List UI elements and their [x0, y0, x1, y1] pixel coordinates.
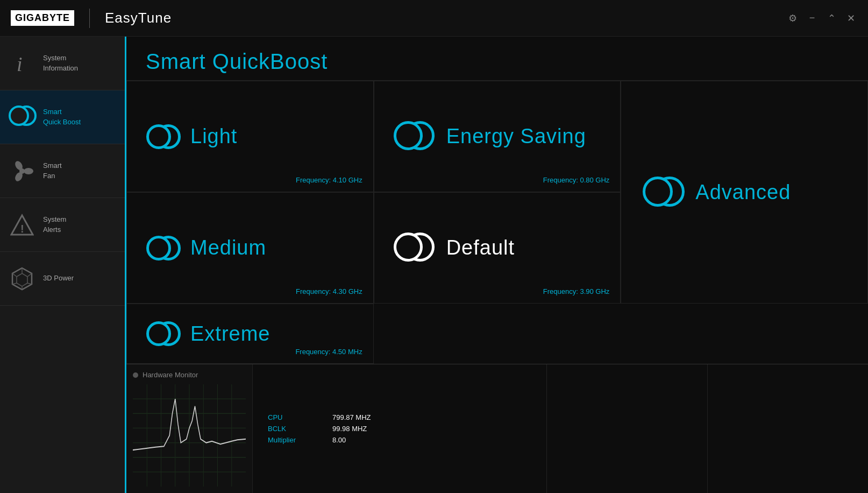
boost-freq-default: Frequency: 3.90 GHz — [543, 287, 610, 295]
gigabyte-logo: GIGABYTE — [11, 10, 74, 26]
main-layout: i SystemInformation SmartQuick Boost — [0, 37, 868, 493]
restore-button[interactable]: ⌃ — [825, 12, 838, 25]
hw-monitor-label: Hardware Monitor — [133, 371, 246, 379]
svg-point-3 — [24, 168, 33, 174]
boost-option-advanced[interactable]: Advanced — [621, 81, 868, 304]
cc-icon-default — [394, 235, 437, 262]
stat-key-bclk: BCLK — [268, 425, 311, 433]
sidebar-item-3d-power[interactable]: 3D Power — [0, 252, 125, 306]
svg-text:i: i — [17, 53, 23, 74]
bottom-section-4 — [708, 364, 868, 493]
fan-icon — [9, 158, 35, 185]
boost-freq-energy-saving: Frequency: 0.80 GHz — [543, 176, 610, 184]
stat-val-cpu: 799.87 MHZ — [332, 413, 371, 421]
bottom-bar: Hardware Monitor — [126, 364, 868, 493]
sidebar-item-smart-quick-boost[interactable]: SmartQuick Boost — [0, 90, 125, 144]
stat-row-cpu: CPU 799.87 MHZ — [268, 413, 371, 421]
boost-grid: Light Frequency: 4.10 GHz Energy Saving … — [126, 80, 868, 364]
stat-row-bclk: BCLK 99.98 MHZ — [268, 425, 371, 433]
bottom-section-2 — [386, 364, 547, 493]
sidebar-item-system-info-label: SystemInformation — [43, 53, 78, 73]
boost-option-default[interactable]: Default Frequency: 3.90 GHz — [374, 192, 621, 304]
3d-power-icon — [9, 265, 35, 292]
boost-option-extreme[interactable]: Extreme Frequency: 4.50 MHz — [126, 304, 374, 364]
sidebar-item-smart-quick-boost-label: SmartQuick Boost — [43, 107, 81, 126]
titlebar: GIGABYTE EasyTune ⚙ − ⌃ ✕ — [0, 0, 868, 37]
sidebar-item-3d-power-label: 3D Power — [43, 273, 74, 283]
sidebar-item-smart-fan[interactable]: SmartFan — [0, 144, 125, 198]
content-header: Smart QuickBoost — [126, 37, 868, 80]
settings-button[interactable]: ⚙ — [786, 12, 799, 25]
boost-freq-medium: Frequency: 4.30 GHz — [296, 287, 362, 295]
close-button[interactable]: ✕ — [844, 12, 857, 25]
logo-area: GIGABYTE EasyTune — [11, 9, 172, 28]
bottom-section-3 — [547, 364, 708, 493]
boost-label-light: Light — [190, 125, 237, 148]
boost-label-energy-saving: Energy Saving — [446, 125, 586, 148]
cc-icon-advanced — [643, 179, 686, 206]
boost-freq-extreme: Frequency: 4.50 MHz — [295, 348, 362, 356]
cc-icon-energy-saving — [394, 123, 437, 150]
boost-label-extreme: Extreme — [190, 322, 270, 346]
boost-option-medium[interactable]: Medium Frequency: 4.30 GHz — [126, 192, 374, 304]
info-icon: i — [9, 50, 35, 77]
sidebar-item-system-info[interactable]: i SystemInformation — [0, 37, 125, 90]
window-controls: ⚙ − ⌃ ✕ — [786, 12, 857, 25]
boost-label-default: Default — [446, 236, 515, 259]
boost-freq-light: Frequency: 4.10 GHz — [296, 176, 362, 184]
page-title: Smart QuickBoost — [146, 50, 849, 74]
hw-graph — [133, 384, 246, 487]
stat-key-multiplier: Multiplier — [268, 436, 311, 444]
hw-status-dot — [133, 372, 138, 378]
content-area: Smart QuickBoost Light Frequency: 4.10 G… — [126, 37, 868, 493]
svg-text:!: ! — [20, 223, 24, 235]
sidebar: i SystemInformation SmartQuick Boost — [0, 37, 126, 493]
cc-icon-extreme — [146, 320, 181, 347]
alerts-icon: ! — [9, 212, 35, 238]
stat-val-bclk: 99.98 MHZ — [332, 425, 367, 433]
cc-icon-medium — [146, 235, 181, 262]
hw-monitor-panel: Hardware Monitor — [126, 364, 253, 493]
stats-area: CPU 799.87 MHZ BCLK 99.98 MHZ Multiplier… — [253, 364, 386, 493]
hw-monitor-title: Hardware Monitor — [143, 371, 198, 379]
minimize-button[interactable]: − — [806, 12, 819, 25]
stat-val-multiplier: 8.00 — [332, 436, 346, 444]
sidebar-item-system-alerts-label: SystemAlerts — [43, 215, 66, 234]
sidebar-item-system-alerts[interactable]: ! SystemAlerts — [0, 198, 125, 252]
app-title: EasyTune — [105, 10, 172, 26]
cc-icon-light — [146, 123, 181, 150]
boost-option-energy-saving[interactable]: Energy Saving Frequency: 0.80 GHz — [374, 81, 621, 192]
svg-marker-8 — [17, 273, 27, 286]
title-divider — [89, 9, 90, 28]
boost-option-light[interactable]: Light Frequency: 4.10 GHz — [126, 81, 374, 192]
boost-label-medium: Medium — [190, 236, 266, 259]
stat-key-cpu: CPU — [268, 413, 311, 421]
quick-boost-icon — [9, 104, 35, 131]
sidebar-item-smart-fan-label: SmartFan — [43, 161, 62, 180]
stat-row-multiplier: Multiplier 8.00 — [268, 436, 371, 444]
boost-label-advanced: Advanced — [695, 181, 791, 204]
